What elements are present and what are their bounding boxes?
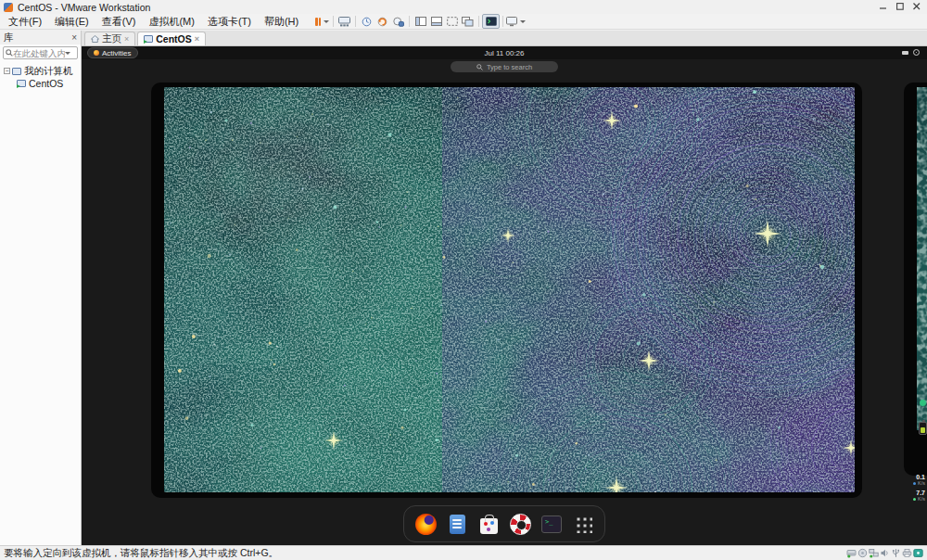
home-icon [91,35,99,43]
download-speed-value: 0.1 [913,474,925,480]
hard-disk-icon[interactable] [846,548,857,558]
tab-close-icon[interactable]: × [124,34,129,44]
tree-item-my-computer[interactable]: − 我的计算机 [2,65,79,77]
menu-file[interactable]: 文件(F) [2,15,48,29]
computer-icon [12,68,21,75]
unity-mode-button[interactable] [460,15,476,29]
download-arrow-icon [913,482,916,485]
chevron-down-icon [65,52,70,55]
upload-speed-value: 7.7 [913,490,925,496]
upload-arrow-icon [913,498,916,501]
dock-files-icon[interactable] [446,513,468,535]
dock-help-icon[interactable] [509,513,531,535]
clock-menu[interactable]: Jul 11 00:26 [82,49,927,57]
battery-icon [919,422,927,435]
window-title: CentOS - VMware Workstation [18,2,150,13]
revert-clock-icon [377,17,387,27]
status-bar: 要将输入定向到该虚拟机，请将鼠标指针移入其中或按 Ctrl+G。 [0,545,927,560]
vm-running-icon [17,80,26,87]
message-log-icon[interactable] [913,548,923,558]
dock-terminal-icon[interactable]: >_ [540,513,563,535]
dock-software-icon[interactable] [477,513,500,535]
library-title: 库 [4,32,14,45]
system-status-area[interactable] [902,49,920,56]
revert-snapshot-button[interactable] [375,15,390,29]
menu-view[interactable]: 查看(V) [95,15,143,29]
show-library-button[interactable] [413,15,428,29]
split-pane-icon [415,17,426,26]
tree-item-centos[interactable]: CentOS [2,77,79,89]
monitor-capture-icon [506,17,517,27]
netspeed-indicator: 0.1 K/s 7.7 K/s [913,474,925,504]
unity-windows-icon [462,17,474,27]
library-search-box[interactable] [3,46,78,59]
vmware-workstation-window: { "window": { "title": "CentOS - VMware … [0,0,927,560]
gnome-top-bar: Activities Jul 11 00:26 [82,46,927,59]
status-dot-icon [920,400,926,406]
menu-vm[interactable]: 虚拟机(M) [142,15,201,29]
show-thumbnail-bar-button[interactable] [428,15,444,29]
pause-vm-button[interactable] [314,15,330,29]
sound-icon[interactable] [880,548,890,558]
menu-edit[interactable]: 编辑(E) [48,15,95,29]
tab-home[interactable]: 主页 × [84,32,135,45]
cd-rom-icon[interactable] [857,548,868,558]
dock-firefox-icon[interactable] [414,513,437,535]
library-sidebar: 库 × − 我的计算机 CentOS [0,31,82,545]
keyboard-icon [338,17,350,27]
console-icon [486,17,497,26]
menu-toolbar-row: 文件(F) 编辑(E) 查看(V) 虚拟机(M) 选项卡(T) 帮助(H) [0,14,927,30]
network-adapter-icon[interactable] [869,548,879,558]
bottom-bar-icon [431,17,442,26]
take-snapshot-button[interactable] [359,15,375,29]
tree-expander-icon[interactable]: − [4,68,10,74]
vm-tree: − 我的计算机 CentOS [0,61,81,93]
wallpaper-image [164,87,855,492]
printer-icon[interactable] [902,548,912,558]
snapshot-clock-icon [362,17,372,27]
search-icon [6,49,13,57]
window-preview-desktop[interactable] [151,83,862,498]
dock-show-apps-icon[interactable] [572,513,594,535]
window-preview-side[interactable] [904,83,927,476]
vmware-logo-icon [4,3,13,12]
search-icon [476,64,483,70]
tab-close-icon[interactable]: × [195,34,199,44]
snapshot-manager-button[interactable] [390,15,406,29]
menu-help[interactable]: 帮助(H) [258,15,305,29]
usb-icon[interactable] [891,548,901,558]
send-ctrl-alt-del-button[interactable] [337,15,352,29]
chevron-down-icon [324,20,329,23]
library-search-input[interactable] [13,48,65,58]
tab-bar: 主页 × CentOS × [82,31,927,46]
power-icon [913,49,920,56]
console-view-button[interactable] [482,14,500,29]
chevron-down-icon [520,20,526,23]
title-bar: CentOS - VMware Workstation [0,0,927,14]
capture-screen-button[interactable] [506,15,526,29]
menu-tabs[interactable]: 选项卡(T) [201,15,258,29]
volume-icon [902,51,908,55]
tab-centos[interactable]: CentOS × [137,32,206,45]
side-wallpaper-strip [917,87,927,430]
device-status-icons [846,548,923,558]
vm-running-icon [144,35,153,43]
library-close-button[interactable]: × [71,33,77,43]
fullscreen-brackets-icon [447,17,458,26]
pause-icon [315,18,318,26]
full-screen-button[interactable] [444,15,460,29]
gnome-dash-dock: >_ [403,505,605,542]
maximize-button[interactable] [892,0,908,13]
close-button[interactable] [908,0,925,13]
snapshot-manager-icon [393,17,404,27]
overview-search-entry[interactable]: Type to search [451,61,558,72]
minimize-button[interactable] [875,0,892,13]
status-message: 要将输入定向到该虚拟机，请将鼠标指针移入其中或按 Ctrl+G。 [4,547,846,560]
vm-console-screen[interactable]: Activities Jul 11 00:26 Type to search [82,46,927,545]
